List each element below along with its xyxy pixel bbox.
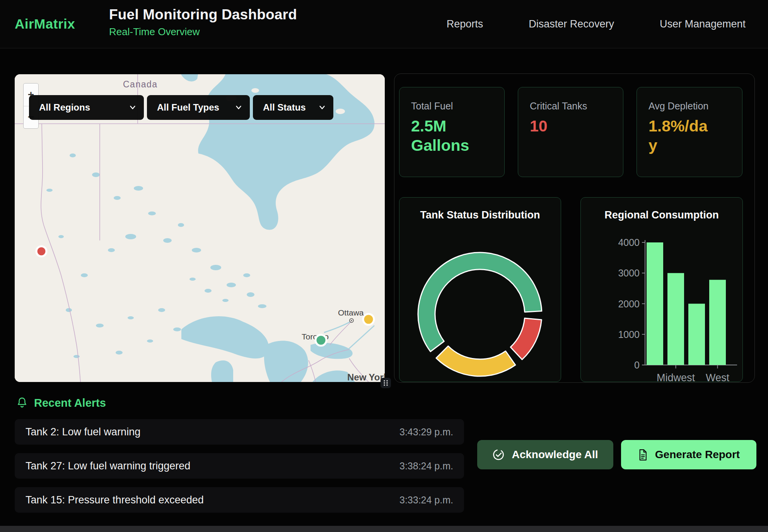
alert-row[interactable]: Tank 27: Low fuel warning triggered 3:38…: [15, 453, 464, 479]
nav-user-management[interactable]: User Management: [660, 18, 746, 30]
nav-disaster-recovery[interactable]: Disaster Recovery: [529, 18, 614, 30]
y-tick-label: 2000: [618, 298, 640, 309]
tank-marker-warning[interactable]: [363, 314, 374, 325]
check-circle-icon: [492, 448, 505, 461]
map-island: [336, 109, 345, 114]
map-label-new-york: New York: [347, 372, 385, 382]
alerts-header: Recent Alerts: [16, 397, 106, 409]
stat-label: Critical Tanks: [530, 101, 623, 112]
alert-row[interactable]: Tank 15: Pressure threshold exceeded 3:3…: [15, 487, 464, 513]
y-tick-label: 4000: [618, 237, 640, 248]
stat-value-critical-tanks: 10: [530, 116, 595, 136]
stat-card-critical-tanks: Critical Tanks 10: [518, 87, 623, 177]
x-tick-label: West: [706, 372, 730, 382]
map-label-ottawa: Ottawa: [338, 308, 364, 317]
bar-West[interactable]: [709, 280, 726, 365]
stat-value-total-fuel: 2.5M Gallons: [411, 116, 476, 155]
file-text-icon: [638, 449, 648, 461]
acknowledge-all-label: Acknowledge All: [512, 448, 598, 461]
alert-timestamp: 3:38:24 p.m.: [399, 460, 453, 472]
generate-report-label: Generate Report: [655, 448, 740, 461]
ottawa-town-dot: [351, 320, 352, 321]
title-block: Fuel Monitoring Dashboard Real-Time Over…: [109, 7, 297, 38]
alert-message: Tank 27: Low fuel warning triggered: [26, 460, 190, 472]
page-title: Fuel Monitoring Dashboard: [109, 7, 297, 23]
drag-dots-icon: [382, 379, 389, 387]
stat-label: Total Fuel: [411, 101, 504, 112]
bell-icon: [16, 397, 28, 409]
stat-value-avg-depletion: 1.8%/day: [649, 116, 713, 155]
donut-segment-warning[interactable]: [436, 346, 515, 376]
regional-consumption-card: Regional Consumption 01000200030004000Mi…: [580, 197, 743, 382]
generate-report-button[interactable]: Generate Report: [621, 440, 756, 469]
fuel-monitoring-dashboard: AirMatrix Fuel Monitoring Dashboard Real…: [0, 0, 768, 532]
map-panel[interactable]: Canada Ottawa Toronto New York + − All R…: [15, 74, 385, 382]
acknowledge-all-button[interactable]: Acknowledge All: [477, 440, 613, 469]
y-tick-label: 3000: [618, 268, 640, 278]
map-island: [251, 88, 259, 93]
map-label-canada: Canada: [123, 79, 158, 89]
app-header: AirMatrix Fuel Monitoring Dashboard Real…: [0, 0, 768, 48]
chevron-down-icon: [128, 103, 137, 112]
window-scrollbar[interactable]: [0, 526, 768, 532]
regional-consumption-bar-chart[interactable]: 01000200030004000MidwestWest: [581, 198, 743, 382]
nav-reports[interactable]: Reports: [447, 18, 483, 30]
alert-message: Tank 2: Low fuel warning: [26, 426, 140, 438]
tank-marker-critical[interactable]: [36, 246, 46, 256]
y-tick-label: 1000: [618, 329, 640, 340]
region-filter-value: All Regions: [39, 102, 90, 113]
tank-status-donut-chart[interactable]: [399, 198, 561, 382]
fuel-type-filter-value: All Fuel Types: [157, 102, 219, 113]
bar-series-2[interactable]: [688, 304, 705, 365]
alert-timestamp: 3:33:24 p.m.: [399, 494, 453, 506]
alerts-title: Recent Alerts: [34, 397, 106, 409]
stat-label: Avg Depletion: [649, 101, 742, 112]
app-logo: AirMatrix: [15, 0, 75, 48]
map-filters: All Regions All Fuel Types All Status: [29, 95, 333, 120]
chevron-down-icon: [318, 103, 326, 112]
stat-card-avg-depletion: Avg Depletion 1.8%/day: [637, 87, 742, 177]
fuel-type-filter-select[interactable]: All Fuel Types: [147, 95, 250, 120]
main-nav: Reports Disaster Recovery User Managemen…: [447, 0, 746, 48]
bar-series-0[interactable]: [647, 242, 663, 365]
alert-message: Tank 15: Pressure threshold exceeded: [26, 494, 204, 506]
bar-Midwest[interactable]: [667, 273, 684, 365]
status-filter-select[interactable]: All Status: [253, 95, 333, 120]
alert-timestamp: 3:43:29 p.m.: [399, 426, 453, 438]
map-resize-handle[interactable]: [381, 378, 391, 388]
y-tick-label: 0: [634, 360, 640, 370]
stat-card-total-fuel: Total Fuel 2.5M Gallons: [399, 87, 505, 177]
region-filter-select[interactable]: All Regions: [29, 95, 144, 120]
status-filter-value: All Status: [263, 102, 306, 113]
donut-segment-critical[interactable]: [510, 318, 541, 360]
tank-status-card: Tank Status Distribution: [399, 197, 561, 382]
alert-row[interactable]: Tank 2: Low fuel warning 3:43:29 p.m.: [15, 419, 464, 445]
page-subtitle: Real-Time Overview: [109, 26, 297, 38]
map-canvas[interactable]: Canada Ottawa Toronto New York: [15, 74, 385, 382]
x-tick-label: Midwest: [657, 372, 695, 382]
tank-marker-normal[interactable]: [316, 335, 326, 346]
chevron-down-icon: [234, 103, 243, 112]
